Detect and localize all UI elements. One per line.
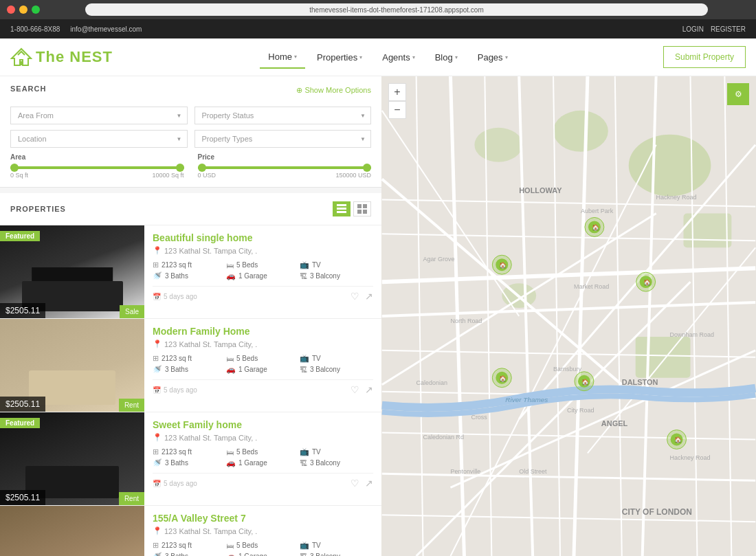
register-link[interactable]: REGISTER [711,25,746,33]
nav-home[interactable]: Home ▾ [260,46,305,69]
area-slider-track [10,166,184,169]
property-date: 📅 5 days ago [153,386,197,394]
map-zoom-controls: + − [388,83,406,119]
property-features: ⊞2123 sq ft 🛏5 Beds 📺TV 🚿3 Baths 🚗1 Gara… [153,354,373,374]
property-title[interactable]: 155/A Valley Street 7 [153,513,373,524]
svg-text:River Thames: River Thames [505,396,548,403]
property-types-select[interactable]: Property Types [194,130,372,148]
svg-text:DALSTON: DALSTON [622,378,658,386]
svg-rect-13 [636,337,691,378]
url-bar[interactable]: themevessel-items-dot-themeforest-171208… [85,3,708,16]
feature-tv: 📺TV [300,354,373,363]
property-status-select[interactable]: Property Status [194,107,372,124]
zoom-out-button[interactable]: − [388,101,406,119]
grid-view-toggle[interactable] [353,201,371,216]
nav-pages[interactable]: Pages ▾ [469,47,516,68]
bed-icon: 🛏 [226,355,234,363]
list-view-toggle[interactable] [333,201,351,216]
property-features: ⊞2123 sq ft 🛏5 Beds 📺TV 🚿3 Baths 🚗1 Gara… [153,541,373,556]
property-title[interactable]: Sweet Family home [153,419,373,430]
feature-baths: 🚿3 Baths [153,365,226,374]
balcony-icon: 🏗 [300,272,307,280]
submit-property-button[interactable]: Submit Property [663,46,746,68]
garage-icon: 🚗 [226,271,236,280]
share-icon[interactable]: ↗ [365,384,373,395]
svg-rect-8 [363,210,367,214]
sqft-icon: ⊞ [153,260,159,269]
browser-close-dot[interactable] [7,5,15,14]
browser-maximize-dot[interactable] [32,5,40,14]
price-slider-fill [198,166,372,169]
bed-icon: 🛏 [226,261,234,269]
svg-rect-4 [337,211,346,213]
area-from-select[interactable]: Area From [10,107,188,124]
feature-tv: 📺TV [300,447,373,456]
svg-text:Downham Road: Downham Road [670,331,714,338]
property-badge: Featured [0,231,40,241]
price-slider-thumb-right[interactable] [363,164,371,172]
logo-icon [10,46,32,68]
property-status: Sale [120,305,144,318]
location-wrapper: Location [10,130,188,148]
browser-minimize-dot[interactable] [19,5,27,14]
favorite-icon[interactable]: ♡ [351,291,359,302]
svg-text:🏠: 🏠 [592,223,600,232]
login-link[interactable]: LOGIN [682,25,704,33]
location-pin-icon: 📍 [153,246,162,255]
bath-icon: 🚿 [153,271,162,280]
area-slider-thumb-left[interactable] [10,164,19,172]
favorite-icon[interactable]: ♡ [351,384,359,395]
map-container: HOLLOWAY DALSTON ANGEL CITY OF LONDON Ag… [381,76,756,556]
email-address: info@themevessel.com [70,25,142,33]
location-select[interactable]: Location [10,130,188,148]
price-slider-thumb-left[interactable] [198,164,206,172]
property-title[interactable]: Beautiful single home [153,232,373,243]
share-icon[interactable]: ↗ [365,291,373,302]
feature-balcony: 🏗3 Balcony [300,458,373,467]
map-settings-button[interactable]: ⚙ [727,83,749,105]
search-row-1: Area From Property Status [10,107,371,124]
zoom-in-button[interactable]: + [388,83,406,101]
svg-text:Caledonian: Caledonian [416,379,447,386]
nav-properties[interactable]: Properties ▾ [309,47,370,68]
share-icon[interactable]: ↗ [365,478,373,489]
property-address: 📍 123 Kathal St. Tampa City, . [153,340,373,348]
price-slider-values: 0 USD 150000 USD [198,172,372,179]
bed-icon: 🛏 [226,542,234,550]
svg-rect-7 [357,210,362,214]
bath-icon: 🚿 [153,552,162,556]
property-status: Rent [119,399,144,412]
property-address: 📍 123 Kathal St. Tampa City, . [153,246,373,255]
search-section: SEARCH ⊕ Show More Options Area From Pro… [0,76,381,188]
svg-text:Hackney Road: Hackney Road [656,194,697,201]
svg-rect-3 [337,208,346,210]
bath-icon: 🚿 [153,458,162,467]
property-address: 📍 123 Kathal St. Tampa City, . [153,526,373,535]
property-footer: 📅 5 days ago ♡ ↗ [153,473,373,489]
area-slider-thumb-right[interactable] [176,164,184,172]
property-title[interactable]: Modern Family Home [153,326,373,337]
map-svg: HOLLOWAY DALSTON ANGEL CITY OF LONDON Ag… [381,76,756,556]
svg-text:Barnsbury: Barnsbury [553,366,581,372]
svg-text:Cross: Cross [471,414,487,421]
show-more-options[interactable]: ⊕ Show More Options [296,86,371,95]
feature-sqft: ⊞2123 sq ft [153,260,226,269]
location-pin-icon: 📍 [153,433,162,442]
svg-rect-2 [337,204,346,206]
balcony-icon: 🏗 [300,459,307,467]
property-price: $2505.11 [0,397,45,412]
sliders-row: Area 0 Sq ft 10000 Sq ft Price [10,153,371,179]
feature-sqft: ⊞2123 sq ft [153,447,226,456]
property-image: $2505.11 Rent [0,319,144,412]
map-panel: HOLLOWAY DALSTON ANGEL CITY OF LONDON Ag… [381,76,756,556]
nav-blog[interactable]: Blog ▾ [427,47,466,68]
area-slider-fill [10,166,184,169]
property-actions: ♡ ↗ [351,478,373,489]
feature-garage: 🚗1 Garage [226,365,300,374]
left-panel: SEARCH ⊕ Show More Options Area From Pro… [0,76,381,556]
nav-agents[interactable]: Agents ▾ [374,47,423,68]
property-card: Featured $2505.11 Rent Sweet Family home… [0,412,381,506]
favorite-icon[interactable]: ♡ [351,478,359,489]
property-list: Featured $2505.11 Sale Beautiful single … [0,225,381,556]
property-image: Featured $2505.11 Rent [0,412,144,505]
